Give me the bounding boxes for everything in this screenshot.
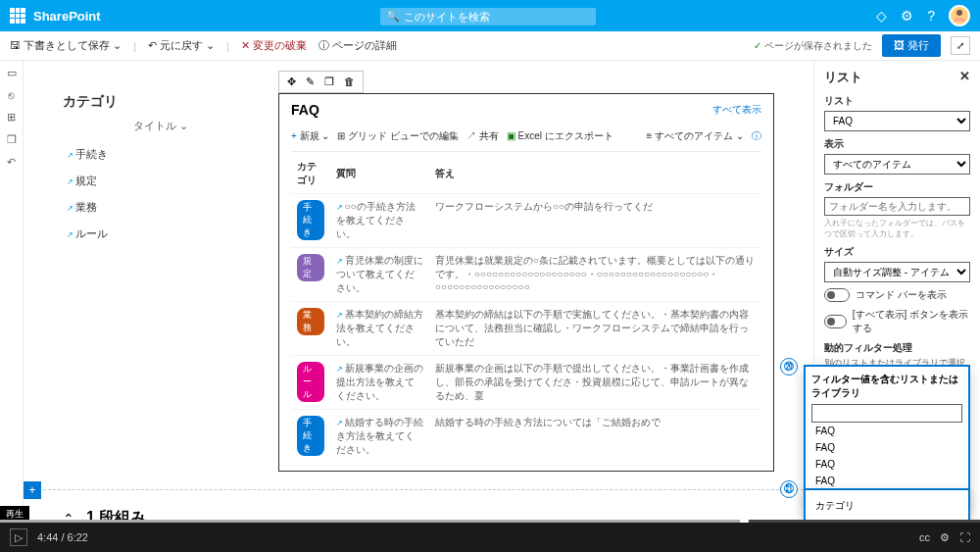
left-rail: ▭ ⎋ ⊞ ❐ ↶ [0, 61, 24, 523]
video-time: 4:44 / 6:22 [37, 531, 88, 543]
discard-button[interactable]: ✕ 変更の破棄 [241, 38, 307, 53]
dropdown-item[interactable]: FAQ [811, 439, 962, 456]
excel-export-button[interactable]: ▣ Excel にエクスポート [507, 129, 613, 143]
view-selector[interactable]: ≡ すべてのアイテム ⌄ [647, 129, 744, 143]
search-input[interactable] [380, 8, 596, 25]
list-toolbar: + 新規 ⌄ ⊞ グリッド ビューでの編集 ↗ 共有 ▣ Excel にエクスポ… [291, 125, 761, 152]
info-icon[interactable]: ⓘ [752, 129, 761, 143]
dropdown-item[interactable]: FAQ [811, 456, 962, 473]
play-button[interactable]: ▷ [10, 528, 27, 546]
new-button[interactable]: + 新規 ⌄ [291, 129, 329, 143]
dropdown-item[interactable]: FAQ [811, 423, 962, 439]
categories-column-header: タイトル ⌄ [63, 119, 259, 133]
annotation-badge-21: ㉑ [780, 480, 798, 498]
delete-icon[interactable]: 🗑 [344, 75, 355, 88]
dropdown-item[interactable]: FAQ [811, 473, 962, 489]
cmdbar-toggle[interactable] [824, 288, 850, 302]
dropdown-item[interactable]: カテゴリ [811, 496, 962, 516]
settings-icon[interactable]: ⚙ [901, 8, 913, 24]
duplicate-icon[interactable]: ❐ [324, 75, 334, 88]
publish-button[interactable]: 🖾 発行 [882, 34, 941, 57]
rail-undo-icon[interactable]: ↶ [7, 156, 16, 169]
rail-copy-icon[interactable]: ❐ [7, 133, 17, 146]
category-callout: カテゴリ [804, 488, 970, 524]
megaphone-icon[interactable]: ◇ [876, 8, 887, 24]
categories-title: カテゴリ [63, 93, 259, 111]
webpart-toolbar: ✥ ✎ ❐ 🗑 [278, 71, 364, 93]
table-row[interactable]: 規定育児休業の制度について教えてください。育児休業は就業規定の○条に記載されてい… [291, 248, 761, 302]
expand-icon[interactable]: ⤢ [951, 36, 970, 55]
avatar[interactable] [949, 5, 970, 26]
category-item[interactable]: 手続き [63, 141, 259, 168]
video-controls: ▷ 4:44 / 6:22 cc ⚙ ⛶ [0, 523, 980, 552]
add-section-button[interactable]: + [24, 481, 41, 499]
undo-button[interactable]: ↶ 元に戻す ⌄ [148, 38, 215, 53]
annotation-badge-20: ⑳ [780, 358, 798, 376]
grid-edit-button[interactable]: ⊞ グリッド ビューでの編集 [337, 129, 459, 143]
app-launcher-icon[interactable] [10, 8, 25, 24]
panel-title: リスト [824, 69, 862, 86]
edit-icon[interactable]: ✎ [306, 75, 315, 88]
list-select[interactable]: FAQ [824, 111, 970, 131]
save-draft-button[interactable]: 🖫 下書きとして保存 ⌄ [10, 38, 122, 53]
section-divider: + [24, 489, 813, 490]
rail-link-icon[interactable]: ⎋ [8, 89, 15, 101]
help-icon[interactable]: ? [927, 8, 935, 24]
category-item[interactable]: 業務 [63, 194, 259, 221]
gear-icon[interactable]: ⚙ [940, 531, 950, 544]
fullscreen-icon[interactable]: ⛶ [959, 531, 970, 543]
filter-list-input[interactable] [811, 404, 962, 423]
close-icon[interactable]: ✕ [959, 69, 970, 86]
page-command-bar: 🖫 下書きとして保存 ⌄ | ↶ 元に戻す ⌄ | ✕ 変更の破棄 ⓘ ページの… [0, 31, 980, 61]
view-select[interactable]: すべてのアイテム [824, 154, 970, 175]
cc-icon[interactable]: cc [919, 531, 930, 543]
show-all-link[interactable]: すべて表示 [712, 103, 761, 117]
move-icon[interactable]: ✥ [287, 75, 296, 88]
rail-grid-icon[interactable]: ⊞ [7, 111, 16, 124]
faq-title: FAQ [291, 102, 319, 118]
category-item[interactable]: ルール [63, 221, 259, 247]
faq-table: カテゴリ質問答え 手続き○○の手続き方法を教えてください。ワークフローシステムか… [291, 152, 761, 463]
size-select[interactable]: 自動サイズ調整 - アイテムの数に合わせ… [824, 262, 970, 282]
saved-status: ✓ページが保存されました [754, 39, 872, 53]
table-row[interactable]: 手続き○○の手続き方法を教えてください。ワークフローシステムから○○の申請を行っ… [291, 194, 761, 248]
showall-toggle[interactable] [824, 315, 847, 328]
rail-layers-icon[interactable]: ▭ [7, 67, 17, 79]
search-icon: 🔍 [386, 10, 400, 23]
app-name: SharePoint [33, 9, 101, 24]
table-row[interactable]: 手続き結婚する時の手続き方法を教えてください。結婚する時の手続き方法については「… [291, 410, 761, 464]
folder-input[interactable] [824, 197, 970, 216]
table-row[interactable]: ルール新規事業の企画の提出方法を教えてください。新規事業の企画は以下の手順で提出… [291, 356, 761, 410]
page-canvas: ✥ ✎ ❐ 🗑 カテゴリ タイトル ⌄ 手続き 規定 業務 ルール FAQ すべ… [24, 61, 813, 523]
faq-webpart: FAQ すべて表示 + 新規 ⌄ ⊞ グリッド ビューでの編集 ↗ 共有 ▣ E… [278, 93, 774, 472]
sharepoint-topbar: SharePoint 🔍 ◇ ⚙ ? [0, 0, 980, 31]
share-button[interactable]: ↗ 共有 [466, 129, 499, 143]
page-details-button[interactable]: ⓘ ページの詳細 [318, 38, 397, 53]
filter-list-callout: フィルター値を含むリストまたはライブラリ FAQFAQFAQFAQFAQ [804, 365, 970, 509]
category-item[interactable]: 規定 [63, 168, 259, 194]
table-row[interactable]: 業務基本契約の締結方法を教えてください。基本契約の締結は以下の手順で実施してくだ… [291, 302, 761, 356]
